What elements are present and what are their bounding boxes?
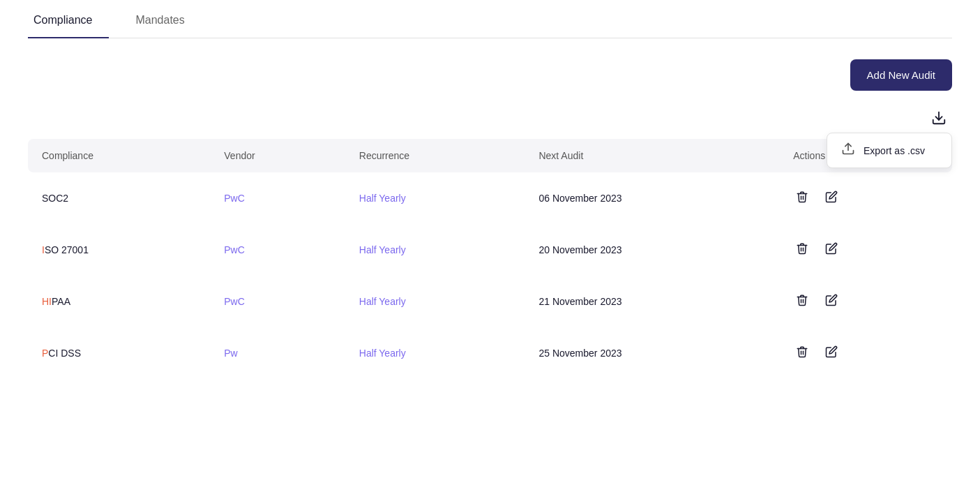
cell-actions-0 <box>779 172 952 224</box>
recurrence-value-3: Half Yearly <box>359 348 406 359</box>
cell-next-audit-1: 20 November 2023 <box>525 224 779 276</box>
table-header-row: Compliance Vendor Recurrence Next Audit … <box>28 139 952 172</box>
next-audit-value-0: 06 November 2023 <box>538 193 621 204</box>
trash-icon <box>796 294 808 306</box>
pencil-icon <box>825 345 838 358</box>
table-row: SOC2 PwC Half Yearly 06 November 2023 <box>28 172 952 224</box>
compliance-text: HIPAA <box>42 296 70 307</box>
col-header-next-audit: Next Audit <box>525 139 779 172</box>
audit-table: Compliance Vendor Recurrence Next Audit … <box>28 139 952 379</box>
compliance-text: SOC2 <box>42 193 68 204</box>
pencil-icon <box>825 294 838 306</box>
trash-icon <box>796 191 808 203</box>
cell-compliance-1: ISO 27001 <box>28 224 210 276</box>
upload-icon <box>841 142 855 156</box>
cell-recurrence-0: Half Yearly <box>345 172 525 224</box>
next-audit-value-3: 25 November 2023 <box>538 348 621 359</box>
delete-button-2[interactable] <box>793 291 811 312</box>
cell-actions-2 <box>779 276 952 327</box>
recurrence-value-2: Half Yearly <box>359 296 406 307</box>
delete-button-3[interactable] <box>793 343 811 364</box>
tab-mandates-label: Mandates <box>135 14 184 26</box>
tab-mandates[interactable]: Mandates <box>130 0 201 38</box>
cell-recurrence-1: Half Yearly <box>345 224 525 276</box>
vendor-link-3[interactable]: Pw <box>224 348 237 359</box>
table-row: PCI DSS Pw Half Yearly 25 November 2023 <box>28 327 952 379</box>
trash-icon <box>796 345 808 358</box>
compliance-text: PCI DSS <box>42 348 81 359</box>
cell-recurrence-2: Half Yearly <box>345 276 525 327</box>
cell-compliance-2: HIPAA <box>28 276 210 327</box>
vendor-link-0[interactable]: PwC <box>224 193 245 204</box>
cell-next-audit-3: 25 November 2023 <box>525 327 779 379</box>
add-new-audit-button[interactable]: Add New Audit <box>850 59 952 91</box>
recurrence-value-1: Half Yearly <box>359 244 406 255</box>
download-icon-button[interactable] <box>926 105 952 133</box>
table-row: ISO 27001 PwC Half Yearly 20 November 20… <box>28 224 952 276</box>
actions-cell-0 <box>793 188 938 209</box>
cell-actions-3 <box>779 327 952 379</box>
cell-actions-1 <box>779 224 952 276</box>
actions-cell-3 <box>793 343 938 364</box>
cell-vendor-2: PwC <box>210 276 345 327</box>
cell-vendor-1: PwC <box>210 224 345 276</box>
next-audit-value-2: 21 November 2023 <box>538 296 621 307</box>
edit-button-2[interactable] <box>822 291 840 312</box>
edit-button-1[interactable] <box>822 239 840 260</box>
col-header-compliance: Compliance <box>28 139 210 172</box>
cell-next-audit-0: 06 November 2023 <box>525 172 779 224</box>
tab-compliance[interactable]: Compliance <box>28 0 109 38</box>
cell-vendor-0: PwC <box>210 172 345 224</box>
delete-button-1[interactable] <box>793 239 811 260</box>
tab-compliance-label: Compliance <box>33 14 92 26</box>
col-header-vendor: Vendor <box>210 139 345 172</box>
edit-button-3[interactable] <box>822 343 840 364</box>
export-upload-icon <box>841 142 855 159</box>
download-icon <box>931 110 947 126</box>
export-row: Export as .csv <box>28 105 952 133</box>
cell-compliance-3: PCI DSS <box>28 327 210 379</box>
header-row: Add New Audit <box>28 59 952 91</box>
compliance-text: ISO 27001 <box>42 244 89 255</box>
cell-compliance-0: SOC2 <box>28 172 210 224</box>
vendor-link-1[interactable]: PwC <box>224 244 245 255</box>
export-dropdown: Export as .csv <box>827 133 952 168</box>
tabs-bar: Compliance Mandates <box>28 0 952 38</box>
export-csv-label[interactable]: Export as .csv <box>864 145 925 156</box>
pencil-icon <box>825 242 838 255</box>
cell-vendor-3: Pw <box>210 327 345 379</box>
recurrence-value-0: Half Yearly <box>359 193 406 204</box>
cell-recurrence-3: Half Yearly <box>345 327 525 379</box>
col-header-recurrence: Recurrence <box>345 139 525 172</box>
actions-cell-1 <box>793 239 938 260</box>
vendor-link-2[interactable]: PwC <box>224 296 245 307</box>
page-container: Compliance Mandates Add New Audit <box>0 0 980 379</box>
pencil-icon <box>825 191 838 203</box>
table-row: HIPAA PwC Half Yearly 21 November 2023 <box>28 276 952 327</box>
delete-button-0[interactable] <box>793 188 811 209</box>
actions-cell-2 <box>793 291 938 312</box>
edit-button-0[interactable] <box>822 188 840 209</box>
next-audit-value-1: 20 November 2023 <box>538 244 621 255</box>
cell-next-audit-2: 21 November 2023 <box>525 276 779 327</box>
trash-icon <box>796 242 808 255</box>
